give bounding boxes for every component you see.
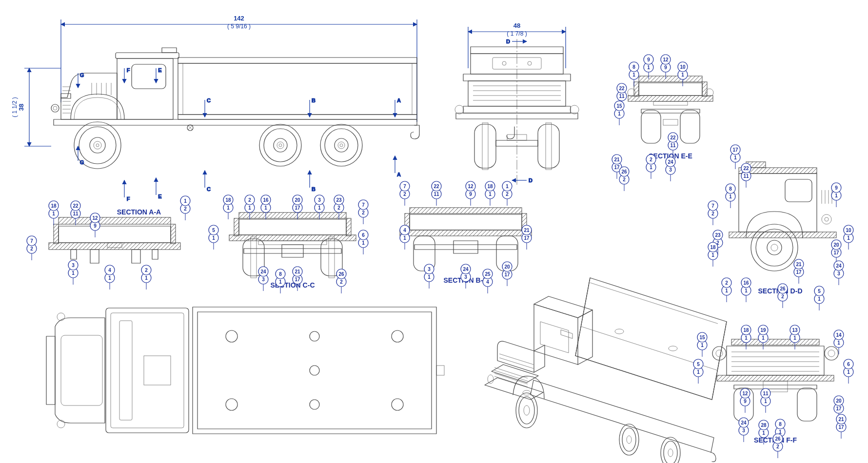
balloon: 161: [741, 278, 751, 302]
balloon: 181: [223, 195, 233, 219]
svg-point-186: [310, 366, 319, 375]
svg-text:1: 1: [847, 235, 850, 241]
svg-text:26: 26: [621, 169, 627, 174]
svg-text:17: 17: [836, 406, 842, 411]
balloon: 243: [666, 157, 675, 181]
svg-point-151: [751, 224, 798, 271]
svg-text:1: 1: [835, 193, 838, 198]
svg-text:9: 9: [664, 65, 667, 70]
svg-rect-191: [436, 366, 444, 375]
section-label-aa: SECTION A-A: [117, 208, 161, 216]
svg-text:1: 1: [793, 335, 796, 341]
balloon: 91: [644, 55, 653, 79]
svg-point-31: [90, 137, 105, 153]
svg-point-204: [668, 449, 673, 457]
balloon: 41: [400, 225, 410, 250]
svg-rect-119: [251, 237, 256, 278]
svg-point-35: [264, 129, 297, 162]
svg-text:9: 9: [744, 399, 747, 404]
svg-point-203: [664, 441, 677, 463]
svg-text:8: 8: [729, 186, 732, 192]
balloon: 254: [483, 269, 493, 293]
svg-text:24: 24: [463, 267, 469, 272]
svg-text:11: 11: [763, 391, 769, 396]
dim-height-in: ( 1 1/2 ): [11, 97, 18, 117]
balloon: 2017: [502, 262, 512, 286]
svg-rect-97: [546, 123, 552, 170]
svg-point-166: [712, 347, 726, 360]
svg-rect-113: [239, 219, 346, 235]
svg-text:17: 17: [295, 205, 300, 211]
balloon: 2017: [831, 240, 841, 264]
svg-text:24: 24: [836, 263, 842, 269]
svg-rect-133: [702, 82, 707, 96]
svg-text:3: 3: [669, 167, 672, 173]
svg-rect-127: [414, 245, 517, 250]
svg-rect-194: [561, 330, 572, 339]
svg-rect-136: [653, 101, 688, 105]
svg-text:1: 1: [212, 235, 215, 241]
balloon: 51: [693, 359, 703, 384]
svg-text:7: 7: [403, 184, 406, 189]
svg-text:A: A: [397, 97, 401, 103]
svg-text:2: 2: [506, 192, 509, 197]
svg-point-30: [79, 127, 116, 164]
svg-rect-142: [663, 119, 678, 125]
balloon: 2211: [432, 181, 441, 206]
balloon: 262: [778, 284, 788, 308]
svg-text:28: 28: [761, 423, 767, 428]
svg-point-37: [277, 142, 284, 149]
svg-text:1: 1: [248, 205, 251, 211]
svg-text:1: 1: [725, 288, 728, 293]
balloon: 2211: [741, 163, 751, 188]
balloon: 243: [834, 261, 844, 285]
svg-text:22: 22: [73, 203, 79, 209]
svg-point-154: [771, 244, 778, 251]
svg-point-41: [335, 138, 348, 152]
svg-rect-125: [410, 214, 522, 230]
svg-text:2: 2: [403, 192, 406, 197]
svg-point-39: [320, 124, 362, 166]
svg-rect-141: [680, 110, 700, 143]
svg-text:7: 7: [30, 238, 33, 244]
svg-text:22: 22: [619, 86, 625, 91]
svg-rect-110: [239, 212, 346, 218]
svg-rect-102: [171, 224, 176, 244]
svg-text:1: 1: [403, 235, 406, 241]
svg-point-192: [615, 329, 624, 334]
svg-text:5: 5: [212, 228, 215, 233]
balloon: 81: [276, 269, 285, 293]
svg-text:1: 1: [227, 205, 230, 211]
balloon: 129: [661, 55, 671, 79]
svg-text:21: 21: [796, 262, 802, 267]
svg-text:4: 4: [486, 279, 489, 285]
balloon: 151: [697, 332, 707, 357]
svg-text:10: 10: [846, 228, 851, 233]
svg-text:2: 2: [776, 444, 779, 449]
iso-view: [485, 278, 727, 463]
balloon: 81: [726, 184, 735, 208]
svg-point-197: [519, 397, 534, 424]
svg-text:15: 15: [699, 335, 705, 340]
svg-point-198: [524, 405, 530, 415]
svg-rect-174: [46, 336, 55, 405]
balloon: 72: [708, 201, 718, 225]
svg-point-40: [325, 129, 358, 162]
svg-point-34: [259, 124, 301, 166]
svg-text:14: 14: [836, 332, 842, 338]
svg-text:2: 2: [184, 206, 187, 212]
svg-text:1: 1: [764, 399, 767, 404]
svg-text:C: C: [207, 97, 211, 103]
svg-text:17: 17: [295, 277, 300, 282]
balloon: 21: [141, 265, 151, 289]
svg-text:1: 1: [632, 72, 635, 77]
svg-text:26: 26: [338, 271, 344, 277]
svg-text:2: 2: [711, 211, 714, 216]
balloon: 2117: [836, 414, 846, 439]
svg-text:9: 9: [469, 192, 472, 197]
svg-text:12: 12: [663, 57, 669, 62]
svg-text:2: 2: [650, 157, 652, 162]
svg-text:B: B: [312, 97, 316, 103]
svg-text:1: 1: [184, 198, 187, 204]
dim-length-in: ( 5 9/16 ): [227, 23, 251, 30]
